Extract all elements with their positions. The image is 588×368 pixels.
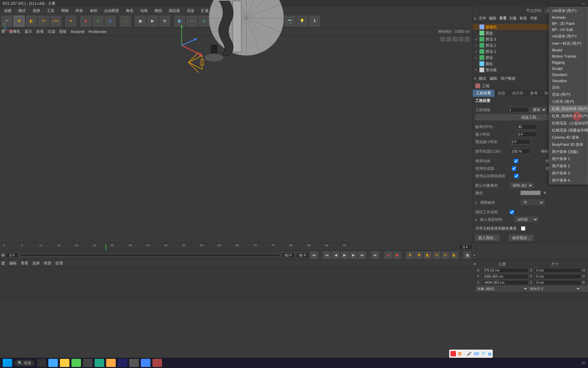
start-button[interactable]	[3, 359, 12, 367]
pb-keyscale[interactable]: ◧	[424, 251, 431, 259]
color-picker-icon[interactable]: ✎	[543, 191, 546, 195]
btn-save-preset[interactable]: 保存预设...	[509, 235, 533, 241]
chk-usemotion[interactable]	[514, 174, 519, 178]
chk-usegen[interactable]	[512, 166, 516, 171]
matmenu-材质[interactable]: 材质	[44, 261, 51, 266]
tool-rotate[interactable]: ⟳	[38, 16, 49, 27]
prim-download[interactable]: ⬇	[309, 16, 320, 27]
menu-icon[interactable]: ≡	[474, 16, 476, 20]
layout-item[interactable]: Animate	[549, 14, 588, 20]
taskbar-search[interactable]: 🔍 搜索	[14, 360, 35, 366]
ime-mic-icon[interactable]: 🎤	[467, 352, 472, 356]
matmenu-建[interactable]: 建	[1, 261, 5, 266]
layout-item[interactable]: 红移_细调布局 (用户)	[549, 112, 588, 120]
expand-icon[interactable]: ▸	[475, 217, 479, 222]
menu-创建[interactable]: 创建	[1, 7, 14, 14]
pb-dopesheet[interactable]: ▦	[463, 251, 471, 259]
attrmenu-编辑[interactable]: 编辑	[490, 76, 497, 80]
tb-app-2[interactable]	[48, 359, 58, 367]
menu-选择[interactable]: 选择	[30, 7, 43, 14]
layout-item[interactable]: 用户菜单 4	[549, 177, 588, 184]
layout-item[interactable]: Motion Tracker	[549, 53, 588, 59]
layout-item[interactable]: 红移_初始布局 (用户)	[549, 105, 588, 112]
attrmenu-用户数据[interactable]: 用户数据	[501, 76, 516, 80]
ime-lang[interactable]: 英	[458, 351, 462, 356]
inp-fps[interactable]	[516, 124, 537, 129]
menu-icon[interactable]: ≡	[474, 76, 476, 80]
timeline-end-input[interactable]	[459, 244, 472, 250]
coord-sel-size[interactable]: 绝对尺寸	[528, 286, 581, 291]
objtab-对象[interactable]: 对象	[509, 16, 517, 20]
attrmenu-模式[interactable]: 模式	[479, 76, 486, 80]
vp-icon-2[interactable]	[446, 37, 451, 42]
tb-app-4[interactable]	[71, 359, 81, 367]
inp-scale[interactable]	[507, 107, 528, 112]
attrtab-工程设置[interactable]: 工程设置	[473, 90, 494, 97]
tb-app-1[interactable]	[37, 359, 46, 367]
matmenu-编辑[interactable]: 编辑	[9, 261, 17, 266]
ime-keyboard-icon[interactable]: ⌨	[474, 352, 479, 356]
expand-icon[interactable]: +	[474, 56, 478, 60]
ime-toolbar[interactable]: 英 , 🎤 ⌨ 👕 ▦	[449, 350, 493, 358]
btn-load-preset[interactable]: 载入预设...	[475, 235, 500, 241]
pb-keyparam[interactable]: P	[442, 251, 449, 259]
ime-shirt-icon[interactable]: 👕	[481, 352, 486, 356]
objtab-文件[interactable]: 文件	[479, 16, 486, 20]
pb-next[interactable]: ▶	[350, 251, 357, 259]
pb-last[interactable]: ⏭	[372, 251, 379, 259]
vp-icon-5[interactable]	[465, 37, 470, 42]
menu-样条[interactable]: 样条	[73, 7, 86, 14]
inp-mindur[interactable]	[516, 132, 537, 137]
matmenu-纹理[interactable]: 纹理	[55, 261, 63, 266]
menu-动画[interactable]: 动画	[137, 7, 150, 14]
inp-lod[interactable]	[510, 149, 531, 154]
layout-item[interactable]: c4d原本 (用户)	[549, 7, 588, 14]
menu-体积[interactable]: 体积	[87, 7, 100, 14]
chk-useanim[interactable]	[514, 159, 518, 163]
pb-keypos[interactable]: ✥	[415, 251, 423, 259]
layout-item[interactable]: BodyPaint 3D 菜单	[549, 141, 588, 148]
pb-keyopt[interactable]: ⚙	[406, 251, 414, 259]
attrtab-信息[interactable]: 信息	[494, 90, 509, 97]
layout-item[interactable]: 用户菜单 (旧版)	[549, 148, 588, 155]
layout-item[interactable]: 用户菜单 3	[549, 170, 588, 177]
matmenu-查看[interactable]: 查看	[21, 261, 28, 266]
vp-icon-1[interactable]	[440, 37, 445, 42]
menu-模式[interactable]: 模式	[16, 7, 29, 14]
objtab-编辑[interactable]: 编辑	[489, 16, 496, 20]
attrtab-参考[interactable]: 参考	[527, 90, 541, 97]
pb-autokey[interactable]: ◉	[393, 251, 401, 259]
layout-item[interactable]: 用户菜单 2	[549, 163, 588, 170]
layout-item[interactable]: Visualize	[549, 78, 588, 84]
vpmenu-显示[interactable]: 显示	[24, 29, 32, 34]
timeline-playhead[interactable]	[105, 244, 106, 250]
coord-apply-btn[interactable]: 应用	[581, 286, 588, 292]
sel-viewfix[interactable]: 中	[521, 200, 544, 205]
coord-sel-pos[interactable]: 对象 (相对)	[476, 286, 528, 291]
vp-icon-4[interactable]	[459, 37, 463, 42]
pb-keyrot[interactable]: ⟳	[433, 251, 440, 259]
minimize-icon[interactable]: —	[582, 1, 585, 5]
layout-item[interactable]: Model	[549, 47, 588, 53]
expand-icon[interactable]: +	[474, 68, 478, 72]
layout-item[interactable]: 启动	[549, 84, 588, 91]
pb-expand-icon[interactable]: ⊞	[1, 253, 4, 257]
tb-app-8[interactable]	[118, 359, 127, 367]
tb-app-3[interactable]	[60, 359, 69, 367]
ime-grid-icon[interactable]: ▦	[488, 352, 491, 356]
vpmenu-过滤[interactable]: 过滤	[48, 29, 55, 34]
expand-icon[interactable]: +	[474, 37, 478, 41]
tb-app-11[interactable]	[152, 359, 162, 367]
ime-logo-icon[interactable]	[451, 351, 456, 356]
layout-item[interactable]: 红移渲染 (我要自学网)	[549, 127, 588, 134]
vpmenu-ProRender[interactable]: ProRender	[88, 30, 107, 34]
pb-nextkey[interactable]: ⏭	[359, 251, 366, 259]
attrtab-动力学[interactable]: 动力学	[509, 90, 527, 97]
tool-move[interactable]: ✥	[14, 16, 24, 27]
chk-nodecolor[interactable]	[521, 226, 525, 231]
pb-range-slider[interactable]	[20, 254, 280, 257]
coord-expand-icon[interactable]: ▸	[474, 253, 477, 257]
expand-icon[interactable]: +	[474, 49, 478, 53]
axis-x[interactable]: X	[80, 16, 91, 27]
tb-app-5[interactable]	[83, 359, 93, 367]
